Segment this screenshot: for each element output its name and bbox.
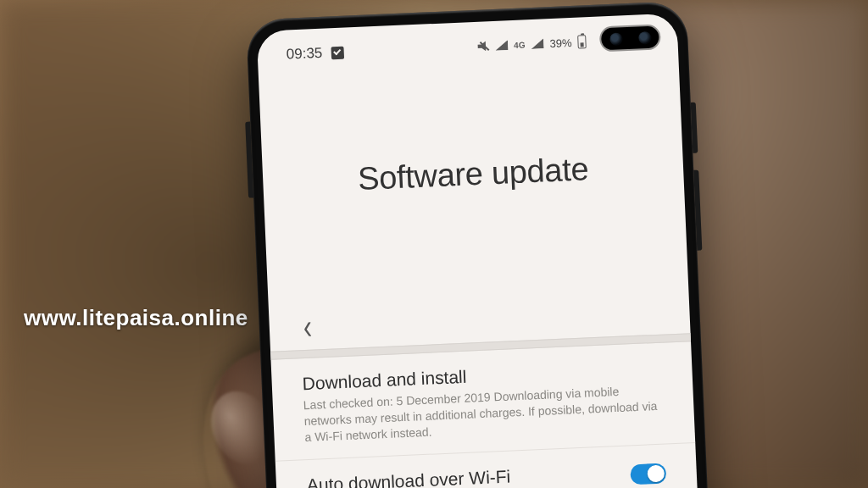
status-time: 09:35 (286, 45, 322, 64)
back-button[interactable]: ‹ (303, 307, 313, 347)
phone-frame: 09:35 4G 39% Software update ‹ Download … (246, 1, 712, 488)
battery-icon (577, 35, 587, 48)
signal-icon (495, 40, 509, 51)
signal-icon (531, 38, 544, 49)
settings-list: Download and install Last checked on: 5 … (270, 333, 699, 488)
phone-screen: 09:35 4G 39% Software update ‹ Download … (257, 14, 702, 488)
setting-download-and-install[interactable]: Download and install Last checked on: 5 … (271, 341, 696, 461)
watermark-text: www.litepaisa.online (24, 305, 248, 331)
checkbox-icon (331, 46, 344, 59)
setting-title: Auto download over Wi-Fi (306, 462, 615, 488)
mute-icon (477, 40, 490, 53)
auto-download-toggle[interactable] (630, 463, 666, 485)
page-title: Software update (262, 147, 683, 202)
battery-percent-label: 39% (549, 36, 572, 49)
network-type-label: 4G (514, 40, 526, 50)
